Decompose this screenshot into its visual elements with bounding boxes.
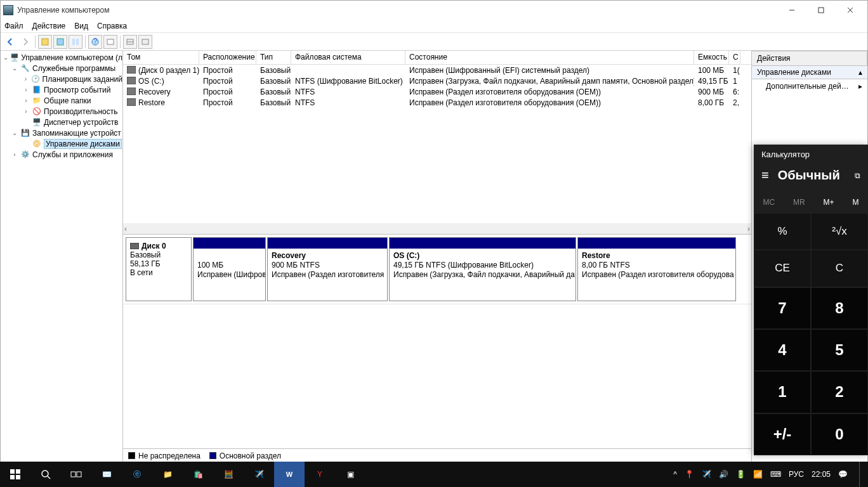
partition[interactable]: 100 МБИсправен (Шифрова [193, 237, 266, 301]
partition[interactable]: OS (C:)49,15 ГБ NTFS (Шифрование BitLock… [389, 237, 576, 301]
svg-line-19 [48, 476, 50, 479]
tb-word-icon[interactable]: W [274, 462, 305, 487]
partition[interactable]: Restore8,00 ГБ NTFSИсправен (Раздел изго… [577, 237, 736, 301]
actions-group[interactable]: Управление дисками▴ [752, 66, 867, 79]
svg-rect-20 [71, 472, 76, 477]
mem-mplus[interactable]: M+ [824, 198, 834, 207]
tb-app-icon[interactable]: ▣ [335, 462, 365, 487]
col-header[interactable]: Состояние [405, 51, 694, 64]
toolbar-btn-4[interactable] [103, 35, 117, 49]
toolbar-btn-3[interactable] [69, 35, 82, 49]
tray-telegram-icon[interactable]: ✈️ [702, 470, 711, 479]
mem-mc[interactable]: MC [763, 198, 775, 207]
col-header[interactable]: Емкость [694, 51, 729, 64]
calc-key[interactable]: % [754, 213, 811, 250]
table-row[interactable]: (Диск 0 раздел 1)ПростойБазовыйИсправен … [123, 65, 751, 75]
tray-battery-icon[interactable]: 🔋 [736, 470, 746, 479]
maximize-button[interactable] [806, 1, 836, 20]
taskview-button[interactable] [61, 462, 91, 487]
toolbar-btn-5[interactable] [123, 35, 137, 49]
minimize-button[interactable] [777, 1, 806, 20]
tree-performance[interactable]: ›🚫Производительность [1, 106, 122, 117]
col-header[interactable]: Том [123, 51, 199, 64]
tree-sys-tools[interactable]: ⌄🔧Служебные программы [1, 63, 122, 74]
tree-shared-folders[interactable]: ›📁Общие папки [1, 95, 122, 106]
col-header[interactable]: Расположение [199, 51, 256, 64]
tb-yandex-icon[interactable]: Y [305, 462, 335, 487]
tray-chevron-icon[interactable]: ^ [673, 470, 677, 479]
system-tray[interactable]: ^ 📍 ✈️ 🔊 🔋 📶 ⌨ РУС 22:05 💬 [668, 462, 868, 487]
tree-services[interactable]: ›⚙️Службы и приложения [1, 149, 122, 160]
tb-mail-icon[interactable]: ✉️ [91, 462, 122, 487]
tree-storage[interactable]: ⌄💾Запоминающие устройст [1, 127, 122, 138]
titlebar[interactable]: Управление компьютером [1, 1, 867, 20]
menu-help[interactable]: Справка [97, 22, 127, 30]
calc-key[interactable]: +/- [754, 413, 811, 455]
nav-tree[interactable]: ⌄🖥️Управление компьютером (л ⌄🔧Служебные… [1, 51, 123, 462]
col-header[interactable]: С [729, 51, 740, 64]
disk-layout[interactable]: Диск 0 Базовый 58,13 ГБ В сети 100 МБИсп… [123, 235, 751, 304]
tree-disk-management[interactable]: 📀Управление дисками [1, 138, 122, 149]
actions-more[interactable]: Дополнительные дей…▸ [752, 79, 867, 93]
calc-key[interactable]: 7 [754, 287, 811, 329]
tray-notifications-icon[interactable]: 💬 [838, 470, 848, 479]
tray-lang[interactable]: РУС [789, 470, 804, 479]
table-row[interactable]: RestoreПростойБазовыйNTFSИсправен (Разде… [123, 97, 751, 108]
tb-edge-icon[interactable]: ⓔ [122, 462, 152, 487]
toolbar-btn-1[interactable] [38, 35, 52, 49]
mem-m[interactable]: M [853, 198, 859, 207]
tree-root[interactable]: ⌄🖥️Управление компьютером (л [1, 52, 122, 63]
calc-title[interactable]: Калькулятор [754, 145, 868, 164]
svg-rect-13 [142, 39, 148, 44]
calculator-window[interactable]: Калькулятор ≡ Обычный ⧉ MC MR M+ M %²√xC… [754, 145, 868, 455]
tray-clock[interactable]: 22:05 [812, 470, 831, 479]
tray-location-icon[interactable]: 📍 [685, 470, 694, 479]
calc-key[interactable]: CE [754, 250, 811, 287]
tree-task-scheduler[interactable]: ›🕑Планировщик заданий [1, 74, 122, 84]
help-button[interactable]: ? [88, 35, 102, 49]
tb-telegram-icon[interactable]: ✈️ [244, 462, 274, 487]
table-row[interactable]: OS (C:)ПростойБазовыйNTFS (Шифрование Bi… [123, 75, 751, 86]
volume-grid[interactable]: ТомРасположениеТипФайловая системаСостоя… [123, 51, 751, 235]
taskbar[interactable]: ✉️ ⓔ 📁 🛍️ 🧮 ✈️ W Y ▣ ^ 📍 ✈️ 🔊 🔋 📶 ⌨ РУС … [0, 462, 868, 487]
calc-key[interactable]: C [811, 250, 868, 287]
tray-keyboard-icon[interactable]: ⌨ [770, 470, 781, 479]
close-button[interactable] [836, 1, 865, 20]
tray-wifi-icon[interactable]: 📶 [753, 470, 763, 479]
window-title: Управление компьютером [17, 6, 777, 15]
calc-key[interactable]: 0 [811, 413, 868, 455]
tray-volume-icon[interactable]: 🔊 [719, 470, 728, 479]
start-button[interactable] [0, 462, 30, 487]
tb-store-icon[interactable]: 🛍️ [183, 462, 213, 487]
calc-key[interactable]: 4 [754, 329, 811, 371]
search-button[interactable] [30, 462, 61, 487]
nav-back-button[interactable] [3, 35, 17, 49]
svg-rect-15 [16, 469, 20, 474]
menu-view[interactable]: Вид [74, 22, 88, 30]
show-desktop-button[interactable] [859, 462, 863, 487]
calc-key[interactable]: 5 [811, 329, 868, 371]
menu-file[interactable]: Файл [4, 22, 23, 30]
calc-key[interactable]: 8 [811, 287, 868, 329]
calc-key[interactable]: 2 [811, 371, 868, 413]
keep-on-top-icon[interactable]: ⧉ [855, 171, 860, 180]
tb-calc-icon[interactable]: 🧮 [213, 462, 244, 487]
menu-action[interactable]: Действие [32, 22, 66, 30]
col-header[interactable]: Тип [256, 51, 291, 64]
hamburger-icon[interactable]: ≡ [761, 168, 769, 183]
tree-device-manager[interactable]: 🖥️Диспетчер устройств [1, 117, 122, 127]
toolbar-btn-6[interactable] [138, 35, 152, 49]
tb-explorer-icon[interactable]: 📁 [152, 462, 183, 487]
table-row[interactable]: RecoveryПростойБазовыйNTFSИсправен (Разд… [123, 86, 751, 97]
disk-info[interactable]: Диск 0 Базовый 58,13 ГБ В сети [126, 237, 192, 301]
toolbar-btn-2[interactable] [53, 35, 67, 49]
tree-event-viewer[interactable]: ›📘Просмотр событий [1, 84, 122, 95]
col-header[interactable]: Файловая система [291, 51, 405, 64]
calc-key[interactable]: 1 [754, 371, 811, 413]
partition[interactable]: Recovery900 МБ NTFSИсправен (Раздел изго… [267, 237, 388, 301]
grid-h-scrollbar[interactable]: ‹› [123, 223, 751, 234]
calc-memory-row: MC MR M+ M [754, 194, 868, 213]
nav-fwd-button[interactable] [18, 35, 32, 49]
mem-mr[interactable]: MR [793, 198, 805, 207]
calc-key[interactable]: ²√x [811, 213, 868, 250]
